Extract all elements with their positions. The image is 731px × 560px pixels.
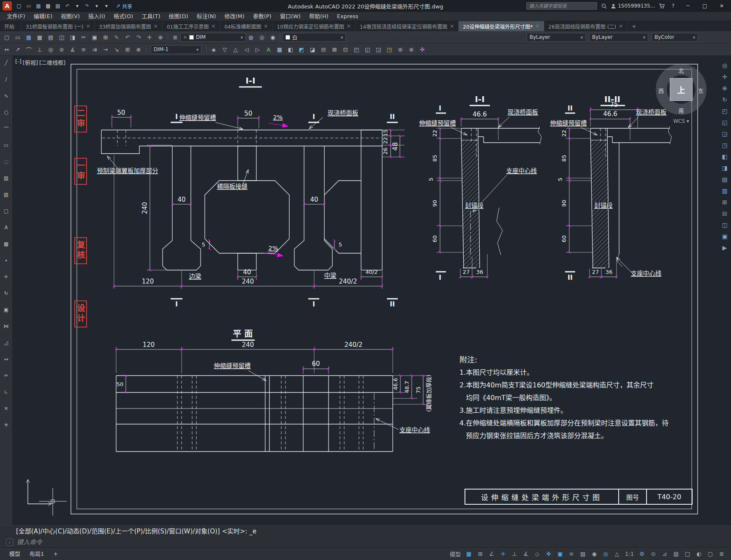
annotation-visibility-toggle[interactable]: ◎ bbox=[601, 549, 611, 559]
boundary-icon[interactable]: ◳ bbox=[384, 44, 394, 54]
color-dropdown[interactable]: 白 ▾ bbox=[283, 33, 346, 42]
undo-icon[interactable]: ↶ bbox=[63, 1, 72, 11]
publish-icon[interactable]: ◨ bbox=[68, 32, 78, 42]
maximize-button[interactable]: □ bbox=[698, 1, 712, 11]
make-block-icon[interactable]: ⊠ bbox=[329, 44, 340, 54]
redo-icon[interactable]: ↷ bbox=[82, 1, 92, 11]
file-tab[interactable]: 开始 bbox=[0, 21, 22, 31]
point-style-icon[interactable]: ⊡ bbox=[340, 44, 351, 54]
dim-edit-icon[interactable]: ◈ bbox=[209, 44, 219, 54]
isodraft-toggle[interactable]: ◇ bbox=[532, 549, 542, 559]
osnap-toggle[interactable]: ▣ bbox=[555, 549, 565, 559]
polar-tracking-toggle[interactable]: ∡ bbox=[521, 549, 531, 559]
dim-break-icon[interactable]: ▷ bbox=[253, 44, 263, 54]
help-button[interactable]: ? bbox=[668, 1, 678, 11]
erase-tool-icon[interactable]: ✕ bbox=[1, 404, 11, 413]
save-icon[interactable]: ▦ bbox=[34, 1, 43, 11]
tab-close-icon[interactable]: × bbox=[450, 23, 454, 29]
drawing[interactable]: I-I I I II I I II bbox=[13, 56, 731, 525]
dim-space-icon[interactable]: ◁ bbox=[242, 44, 252, 54]
app-logo-icon[interactable]: A bbox=[3, 1, 12, 11]
dim-aligned-icon[interactable]: ↗ bbox=[13, 44, 23, 54]
copy-clip-icon[interactable]: ▣ bbox=[90, 32, 100, 42]
group-icon[interactable]: ⊚ bbox=[395, 44, 405, 54]
paste-icon[interactable]: ⊞ bbox=[101, 32, 111, 42]
rectangle-tool-icon[interactable]: ▭ bbox=[1, 141, 11, 150]
file-tab[interactable]: 04标准横断面图 × bbox=[220, 21, 272, 31]
menu-item[interactable]: 帮助(H) bbox=[305, 12, 333, 21]
osnap-tracking-toggle[interactable]: ✜ bbox=[543, 549, 554, 559]
divide-icon[interactable]: ◰ bbox=[351, 44, 361, 54]
pan-icon[interactable]: ✛ bbox=[144, 32, 155, 42]
properties-icon[interactable]: ✜ bbox=[417, 44, 427, 54]
orbit-icon[interactable]: ↻ bbox=[720, 96, 730, 103]
close-button[interactable]: ✕ bbox=[715, 1, 728, 11]
file-tab[interactable]: 33桥面加强钢筋布置图 × bbox=[95, 21, 163, 31]
menu-item[interactable]: 工具(T) bbox=[137, 12, 164, 21]
stretch-tool-icon[interactable]: ↔ bbox=[1, 354, 11, 364]
menu-item[interactable]: 格式(O) bbox=[109, 12, 137, 21]
file-tab[interactable]: 20设伸缩缝处梁端外形尺寸图* × bbox=[459, 21, 544, 31]
command-history[interactable]: [全部(A)/中心(C)/动态(D)/范围(E)/上一个(P)/比例(S)/窗口… bbox=[0, 526, 731, 537]
dim-ordinate-icon[interactable]: ⊥ bbox=[35, 44, 45, 54]
viewcube-top-face[interactable]: 上 bbox=[670, 78, 693, 101]
dim-text-edit-icon[interactable]: ▽ bbox=[220, 44, 230, 54]
plotstyle-dropdown[interactable]: ByColor ▾ bbox=[652, 33, 698, 42]
undo-dropdown-icon[interactable]: ▾ bbox=[73, 1, 82, 11]
layer-isolate-icon[interactable]: ◉ bbox=[268, 32, 278, 42]
tab-close-icon[interactable]: × bbox=[211, 23, 215, 29]
table-icon[interactable]: ▦ bbox=[274, 44, 285, 54]
view-front-icon[interactable]: ◨ bbox=[720, 164, 730, 172]
layout1-tab[interactable]: 布局1 bbox=[25, 549, 48, 560]
file-tab[interactable]: 01施工工序示意图 × bbox=[163, 21, 220, 31]
clean-screen-button[interactable]: ▢ bbox=[705, 549, 715, 559]
object-visibility-icon[interactable]: ⊟ bbox=[720, 210, 730, 217]
rotate-tool-icon[interactable]: ↻ bbox=[1, 289, 11, 298]
open-icon[interactable]: ▭ bbox=[13, 32, 23, 42]
dimstyle-dropdown[interactable]: DIM-1 ▾ bbox=[151, 45, 201, 54]
viewcube-west[interactable]: 西 bbox=[658, 87, 664, 95]
match-properties-icon[interactable]: ✎ bbox=[111, 32, 122, 42]
dim-baseline-icon[interactable]: ⇉ bbox=[90, 44, 100, 54]
pan-hand-icon[interactable]: ✛ bbox=[720, 73, 730, 81]
viewcube-east[interactable]: 东 bbox=[698, 87, 704, 95]
snap-toggle[interactable]: ⊞ bbox=[475, 549, 485, 559]
search-icon[interactable] bbox=[601, 3, 607, 9]
model-space-button[interactable]: 模型 bbox=[448, 549, 462, 559]
zoom-realtime-icon[interactable]: ⊕ bbox=[155, 32, 166, 42]
linetype-dropdown[interactable]: ByLayer ▾ bbox=[527, 33, 586, 42]
region-icon[interactable]: ◲ bbox=[373, 44, 383, 54]
redo-dropdown-icon[interactable]: ▾ bbox=[92, 1, 101, 11]
layout-icon-3[interactable]: ◳ bbox=[720, 141, 730, 149]
cut-icon[interactable]: ✂ bbox=[79, 32, 89, 42]
trim-tool-icon[interactable]: ✂ bbox=[1, 371, 11, 380]
save-as-icon[interactable]: ▩ bbox=[35, 32, 45, 42]
tab-close-icon[interactable]: × bbox=[264, 23, 268, 29]
table-tool-icon[interactable]: ▦ bbox=[1, 239, 11, 249]
qnew-icon[interactable]: ▢ bbox=[2, 32, 12, 42]
layer-dropdown[interactable]: ☼ DIM ▾ bbox=[180, 33, 246, 42]
text-style-icon[interactable]: A bbox=[264, 44, 274, 54]
new-layout-button[interactable]: + bbox=[49, 549, 62, 560]
menu-item[interactable]: 参数(P) bbox=[249, 12, 276, 21]
plot-icon[interactable]: ▤ bbox=[46, 32, 56, 42]
infer-constraints-toggle[interactable]: ∠ bbox=[486, 549, 497, 559]
wcs-dropdown[interactable]: WCS ▾ bbox=[656, 118, 707, 124]
customization-button[interactable]: ≣ bbox=[717, 549, 727, 559]
undo-icon[interactable]: ↶ bbox=[122, 32, 133, 42]
block-icon[interactable]: ◩ bbox=[296, 44, 307, 54]
menu-item[interactable]: 窗口(W) bbox=[276, 12, 305, 21]
zoom-extents-icon[interactable]: ⊕ bbox=[720, 84, 730, 92]
dim-continue-icon[interactable]: → bbox=[101, 44, 111, 54]
layout-icon-2[interactable]: ◲ bbox=[720, 130, 730, 138]
lineweight-dropdown[interactable]: ByLayer ▾ bbox=[589, 33, 648, 42]
palette-icon[interactable]: ▥ bbox=[720, 187, 730, 195]
tab-close-icon[interactable]: × bbox=[619, 23, 623, 29]
dynamic-input-toggle[interactable]: ✛ bbox=[498, 549, 508, 559]
workspace-switch-button[interactable]: ⚙ bbox=[637, 549, 647, 559]
point-tool-icon[interactable]: ∙ bbox=[1, 256, 11, 265]
autoscale-toggle[interactable]: △ bbox=[612, 549, 622, 559]
menu-item[interactable]: 绘图(D) bbox=[165, 12, 193, 21]
save-icon[interactable]: ▦ bbox=[24, 32, 34, 42]
lock-ui-button[interactable]: □ bbox=[682, 549, 693, 559]
